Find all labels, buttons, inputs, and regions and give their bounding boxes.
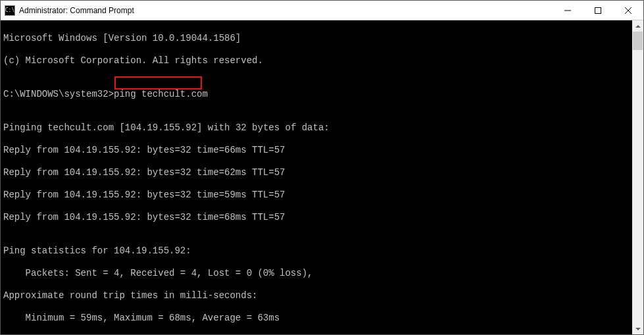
- minimize-icon: [564, 7, 571, 14]
- terminal[interactable]: Microsoft Windows [Version 10.0.19044.15…: [1, 20, 632, 334]
- maximize-button[interactable]: [583, 1, 613, 20]
- ping-header-post: with 32 bytes of data:: [202, 122, 329, 133]
- terminal-line: Ping statistics for 104.19.155.92:: [3, 245, 630, 257]
- scroll-up-button[interactable]: [632, 20, 643, 32]
- window-title: Administrator: Command Prompt: [19, 6, 134, 15]
- command-text: ping techcult.com: [114, 89, 208, 99]
- ping-header-pre: Pinging techcult.com: [3, 122, 119, 133]
- maximize-icon: [595, 7, 601, 14]
- scrollbar-track[interactable]: [632, 32, 643, 323]
- terminal-line: Microsoft Windows [Version 10.0.19044.15…: [3, 33, 630, 44]
- terminal-line: Pinging techcult.com [104.19.155.92] wit…: [3, 122, 630, 134]
- cmd-icon: C:\: [5, 5, 15, 16]
- terminal-line: Minimum = 59ms, Maximum = 68ms, Average …: [3, 313, 630, 324]
- client-area: Microsoft Windows [Version 10.0.19044.15…: [1, 20, 643, 334]
- terminal-line: (c) Microsoft Corporation. All rights re…: [3, 55, 630, 66]
- minimize-button[interactable]: [553, 1, 583, 20]
- cmd-icon-glyph: C:\: [5, 8, 14, 13]
- close-icon: [625, 7, 632, 14]
- terminal-line: Reply from 104.19.155.92: bytes=32 time=…: [3, 212, 630, 223]
- titlebar[interactable]: C:\ Administrator: Command Prompt: [1, 1, 643, 20]
- terminal-line: C:\WINDOWS\system32>ping techcult.com: [3, 89, 630, 100]
- chevron-down-icon: [635, 326, 641, 332]
- titlebar-buttons: [553, 1, 643, 20]
- prompt: C:\WINDOWS\system32>: [3, 89, 114, 99]
- terminal-line: Reply from 104.19.155.92: bytes=32 time=…: [3, 145, 630, 156]
- ping-ip: [104.19.155.92]: [119, 122, 202, 133]
- terminal-line: Reply from 104.19.155.92: bytes=32 time=…: [3, 167, 630, 178]
- terminal-line: Packets: Sent = 4, Received = 4, Lost = …: [3, 268, 630, 279]
- terminal-line: Reply from 104.19.155.92: bytes=32 time=…: [3, 190, 630, 201]
- svg-rect-0: [595, 7, 601, 13]
- scrollbar-thumb[interactable]: [633, 32, 643, 50]
- terminal-line: Approximate round trip times in milli-se…: [3, 290, 630, 301]
- vertical-scrollbar[interactable]: [632, 20, 643, 334]
- highlight-annotation: [114, 76, 202, 90]
- scroll-down-button[interactable]: [632, 323, 643, 334]
- chevron-up-icon: [635, 24, 641, 29]
- close-button[interactable]: [613, 1, 643, 20]
